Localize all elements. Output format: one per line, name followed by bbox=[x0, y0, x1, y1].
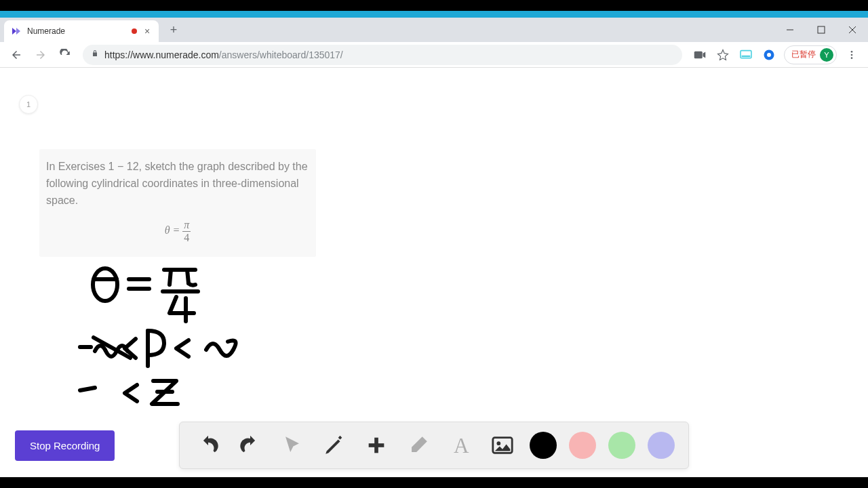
svg-point-10 bbox=[851, 54, 853, 56]
menu-icon[interactable] bbox=[844, 47, 860, 63]
text-tool[interactable]: A bbox=[446, 430, 475, 460]
color-black[interactable] bbox=[530, 432, 557, 459]
reload-button[interactable] bbox=[54, 44, 76, 66]
screen-icon[interactable] bbox=[738, 47, 754, 63]
back-button[interactable] bbox=[5, 44, 27, 66]
tab-title: Numerade bbox=[27, 26, 132, 36]
camera-icon[interactable] bbox=[692, 47, 708, 63]
close-window-button[interactable] bbox=[837, 18, 868, 42]
svg-text:A: A bbox=[454, 434, 469, 457]
color-purple[interactable] bbox=[648, 432, 675, 459]
problem-box: In Exercises 1 − 12, sketch the graph de… bbox=[39, 149, 316, 257]
url-text: https://www.numerade.com/answers/whitebo… bbox=[104, 49, 343, 60]
pen-tool[interactable] bbox=[319, 430, 349, 460]
svg-point-12 bbox=[93, 268, 117, 301]
svg-point-9 bbox=[851, 51, 853, 53]
redo-button[interactable] bbox=[235, 430, 265, 460]
address-bar[interactable]: https://www.numerade.com/answers/whitebo… bbox=[83, 45, 682, 65]
page-content: 1 In Exercises 1 − 12, sketch the graph … bbox=[0, 68, 868, 477]
toolbar-right-icons: 已暂停 Y bbox=[689, 45, 863, 64]
svg-line-22 bbox=[94, 338, 130, 358]
new-tab-button[interactable]: + bbox=[164, 20, 183, 39]
minimize-button[interactable] bbox=[774, 18, 806, 42]
problem-text: In Exercises 1 − 12, sketch the graph de… bbox=[46, 159, 309, 209]
undo-button[interactable] bbox=[193, 430, 223, 460]
titlebar bbox=[0, 11, 868, 18]
color-green[interactable] bbox=[608, 432, 635, 459]
browser-window: Numerade × + bbox=[0, 11, 868, 477]
page-number-badge: 1 bbox=[19, 95, 38, 114]
maximize-button[interactable] bbox=[806, 18, 837, 42]
tabs-bar: Numerade × + bbox=[0, 18, 868, 42]
svg-line-17 bbox=[170, 270, 171, 285]
tab-favicon bbox=[11, 26, 22, 37]
whiteboard-toolbar: A bbox=[179, 422, 689, 469]
svg-rect-4 bbox=[694, 51, 703, 58]
pointer-tool[interactable] bbox=[277, 430, 307, 460]
svg-rect-6 bbox=[742, 55, 751, 56]
svg-point-11 bbox=[851, 57, 853, 59]
problem-equation: θ = π4 bbox=[46, 220, 309, 243]
profile-status: 已暂停 bbox=[791, 49, 816, 60]
avatar: Y bbox=[820, 48, 833, 62]
stop-recording-button[interactable]: Stop Recording bbox=[15, 430, 115, 461]
browser-tab[interactable]: Numerade × bbox=[4, 20, 159, 42]
window-controls bbox=[774, 18, 868, 42]
browser-toolbar: https://www.numerade.com/answers/whitebo… bbox=[0, 42, 868, 68]
forward-button[interactable] bbox=[30, 44, 52, 66]
profile-badge[interactable]: 已暂停 Y bbox=[784, 45, 837, 64]
recording-indicator-icon bbox=[132, 28, 137, 34]
lock-icon bbox=[91, 49, 99, 60]
svg-point-8 bbox=[767, 53, 771, 57]
star-icon[interactable] bbox=[715, 47, 731, 63]
image-tool[interactable] bbox=[488, 430, 517, 460]
close-tab-icon[interactable]: × bbox=[142, 26, 152, 36]
svg-line-18 bbox=[187, 270, 189, 283]
svg-rect-1 bbox=[818, 26, 825, 33]
svg-point-30 bbox=[497, 441, 501, 445]
eraser-tool[interactable] bbox=[403, 430, 433, 460]
plus-tool[interactable] bbox=[361, 430, 391, 460]
svg-line-24 bbox=[80, 388, 95, 390]
extension-icon[interactable] bbox=[761, 47, 777, 63]
color-pink[interactable] bbox=[569, 432, 596, 459]
handwriting-canvas bbox=[75, 264, 278, 420]
